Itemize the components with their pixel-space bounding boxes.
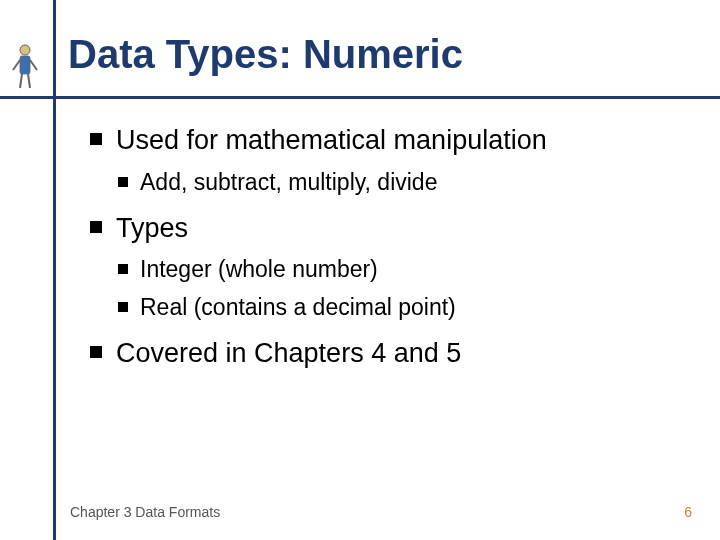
square-bullet-icon	[90, 346, 102, 358]
page-number: 6	[684, 504, 692, 520]
vertical-rule	[53, 0, 56, 540]
svg-point-0	[20, 45, 30, 55]
square-bullet-icon	[118, 302, 128, 312]
slide-title: Data Types: Numeric	[68, 32, 463, 77]
bullet-text: Types	[116, 213, 188, 243]
bullet-level2: Real (contains a decimal point)	[116, 293, 688, 323]
bullet-text: Covered in Chapters 4 and 5	[116, 338, 461, 368]
square-bullet-icon	[118, 177, 128, 187]
footer-chapter: Chapter 3 Data Formats	[70, 504, 220, 520]
bullet-level1: Used for mathematical manipulation	[88, 124, 688, 158]
svg-line-4	[20, 74, 22, 88]
square-bullet-icon	[118, 264, 128, 274]
bullet-level1: Types	[88, 212, 688, 246]
svg-rect-1	[20, 56, 30, 74]
square-bullet-icon	[90, 221, 102, 233]
svg-line-3	[30, 60, 37, 70]
svg-line-5	[28, 74, 30, 88]
bullet-text: Add, subtract, multiply, divide	[140, 169, 437, 195]
bullet-text: Used for mathematical manipulation	[116, 125, 547, 155]
bullet-level2: Integer (whole number)	[116, 255, 688, 285]
content-area: Used for mathematical manipulation Add, …	[88, 124, 688, 385]
svg-line-2	[13, 60, 20, 70]
logo-icon	[10, 42, 40, 92]
horizontal-rule	[0, 96, 720, 99]
square-bullet-icon	[90, 133, 102, 145]
bullet-level1: Covered in Chapters 4 and 5	[88, 337, 688, 371]
bullet-level2: Add, subtract, multiply, divide	[116, 168, 688, 198]
bullet-text: Integer (whole number)	[140, 256, 378, 282]
bullet-text: Real (contains a decimal point)	[140, 294, 456, 320]
